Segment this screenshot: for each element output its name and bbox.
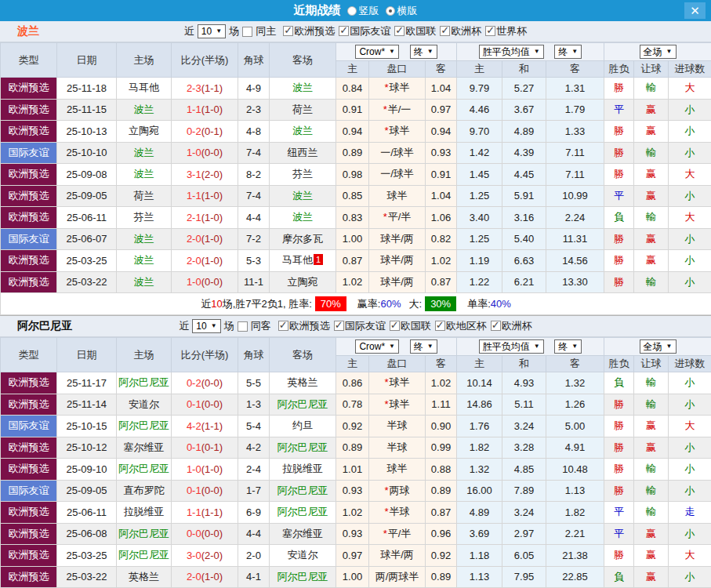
- layout-vertical-radio[interactable]: [347, 6, 357, 16]
- col-odds-away: 客: [426, 61, 457, 78]
- goals-cell: 小: [669, 480, 711, 502]
- league-filter-checkbox[interactable]: [339, 26, 349, 36]
- fulltime-score: 1-0: [187, 276, 201, 288]
- odds-home-cell: 0.78: [336, 394, 369, 416]
- profit-label: 赢率:: [357, 298, 381, 310]
- corner-cell: 2-3: [238, 99, 270, 121]
- score-cell: 0-2(0-0): [172, 372, 238, 394]
- team-section-albania: 阿尔巴尼亚 近 10 场 同客 欧洲预选国际友谊欧国联欧地区杯欧洲杯 类型 日期: [0, 315, 711, 588]
- league-filter-checkbox[interactable]: [440, 26, 450, 36]
- odds-home-cell: 1.00: [336, 566, 369, 588]
- handicap-result-cell: 赢: [634, 228, 669, 250]
- same-venue-label: 同主: [256, 24, 276, 38]
- match-type-cell: 国际友谊: [1, 480, 57, 502]
- close-button[interactable]: ✕: [684, 2, 706, 19]
- handicap-cell: *半球: [369, 502, 426, 524]
- league-filter-checkbox[interactable]: [390, 321, 400, 331]
- league-filter-checkbox[interactable]: [278, 321, 288, 331]
- away-team-cell: 马耳他1: [270, 250, 336, 272]
- odds-final-select[interactable]: 终: [410, 339, 437, 354]
- halftime-score: (1-0): [201, 233, 223, 245]
- odds-group: Crow* 终: [336, 43, 457, 61]
- recent-count-select[interactable]: 10: [198, 24, 226, 38]
- odds-source-select[interactable]: Crow*: [355, 45, 399, 59]
- match-row: 欧洲预选25-06-11芬兰2-1(1-0)4-4波兰0.83*平/半1.063…: [1, 207, 711, 229]
- fulltime-select[interactable]: 全场: [640, 45, 677, 59]
- odds-source-select[interactable]: Crow*: [355, 339, 399, 354]
- avg-away-cell: 7.11: [546, 142, 604, 164]
- match-type-cell: 欧洲预选: [1, 502, 57, 524]
- home-team-cell: 波兰: [117, 228, 172, 250]
- avg-select[interactable]: 胜平负均值: [479, 45, 544, 59]
- odds-away-cell: 1.04: [426, 185, 457, 207]
- score-cell: 2-0(1-0): [172, 228, 238, 250]
- fulltime-select[interactable]: 全场: [640, 339, 677, 354]
- league-filter-item: 欧地区杯: [435, 319, 487, 333]
- home-team-cell: 马耳他: [117, 78, 172, 100]
- odds-final-select[interactable]: 终: [410, 45, 437, 59]
- match-row: 欧洲预选25-03-22波兰1-0(0-0)11-1立陶宛1.02球半/两0.8…: [1, 271, 711, 293]
- goals-cell: 小: [669, 459, 711, 481]
- result-cell: 勝: [604, 250, 634, 272]
- halftime-score: (0-1): [201, 125, 223, 137]
- home-team-cell: 塞尔维亚: [117, 437, 172, 459]
- league-filter-label: 欧洲预选: [294, 24, 335, 38]
- col-goals: 进球数: [669, 356, 711, 372]
- league-filter-label: 欧洲杯: [502, 319, 532, 333]
- handicap-cell: *半/一: [369, 99, 426, 121]
- odds-home-cell: 0.92: [336, 416, 369, 437]
- league-filter-checkbox[interactable]: [435, 321, 445, 331]
- league-filter-item: 世界杯: [485, 24, 527, 38]
- handicap-cell: *两球: [369, 480, 426, 502]
- halftime-score: (0-1): [201, 441, 223, 453]
- handicap-result-cell: 輸: [634, 207, 669, 229]
- odds-away-cell: 1.11: [426, 394, 457, 416]
- avg-select[interactable]: 胜平负均值: [479, 339, 544, 354]
- corner-cell: 1-3: [238, 394, 270, 416]
- league-filter-checkbox[interactable]: [283, 26, 293, 36]
- corner-cell: 4-4: [238, 207, 270, 229]
- league-filter-item: 欧洲预选: [283, 24, 335, 38]
- same-venue-checkbox[interactable]: [242, 27, 252, 37]
- match-type-cell: 欧洲预选: [1, 207, 57, 229]
- handicap-result-cell: 輸: [634, 271, 669, 293]
- layout-horizontal-radio[interactable]: [386, 6, 395, 16]
- goals-cell: 小: [669, 99, 711, 121]
- avg-draw-cell: 5.27: [502, 78, 546, 100]
- odds-home-cell: 1.02: [336, 271, 369, 293]
- league-filter-checkbox[interactable]: [491, 321, 501, 331]
- league-filter-checkbox[interactable]: [394, 26, 404, 36]
- corner-cell: 5-5: [238, 372, 270, 394]
- same-venue-checkbox[interactable]: [238, 321, 248, 332]
- handicap-cell: 半球: [369, 437, 426, 459]
- odds-away-cell: 0.87: [426, 502, 457, 524]
- away-team-cell: 塞尔维亚: [270, 523, 336, 545]
- avg-final-select[interactable]: 终: [554, 45, 582, 59]
- avg-draw-cell: 4.39: [502, 142, 546, 164]
- result-cell: 平: [604, 502, 634, 524]
- league-filter-checkbox[interactable]: [334, 321, 344, 331]
- corner-cell: 7-2: [238, 228, 270, 250]
- result-cell: 勝: [604, 78, 634, 100]
- avg-draw-cell: 3.67: [502, 99, 546, 121]
- handicap-cell: 球半/两: [369, 250, 426, 272]
- avg-away-cell: 22.85: [546, 566, 604, 588]
- avg-draw-cell: 5.11: [502, 394, 546, 416]
- recent-count-select[interactable]: 10: [192, 319, 220, 333]
- odds-home-cell: 0.89: [336, 142, 369, 164]
- away-team-cell: 阿尔巴尼亚: [270, 480, 336, 502]
- fulltime-score: 0-1: [187, 441, 201, 453]
- col-result: 胜负: [604, 356, 634, 372]
- league-filter-checkbox[interactable]: [485, 26, 495, 36]
- league-filter-label: 欧国联: [401, 319, 431, 333]
- avg-final-select[interactable]: 终: [554, 339, 582, 354]
- col-home: 主场: [117, 338, 172, 372]
- match-type-cell: 欧洲预选: [1, 99, 57, 121]
- date-cell: 25-09-05: [57, 185, 117, 207]
- handicap-cell: 球半/两: [369, 271, 426, 293]
- away-team-cell: 波兰: [270, 78, 336, 100]
- avg-draw-cell: 6.63: [502, 250, 546, 272]
- games-label: 场: [224, 319, 234, 333]
- goals-cell: 大: [669, 164, 711, 186]
- filter-controls: 近 10 场 同主 欧洲预选国际友谊欧国联欧洲杯世界杯: [183, 24, 528, 39]
